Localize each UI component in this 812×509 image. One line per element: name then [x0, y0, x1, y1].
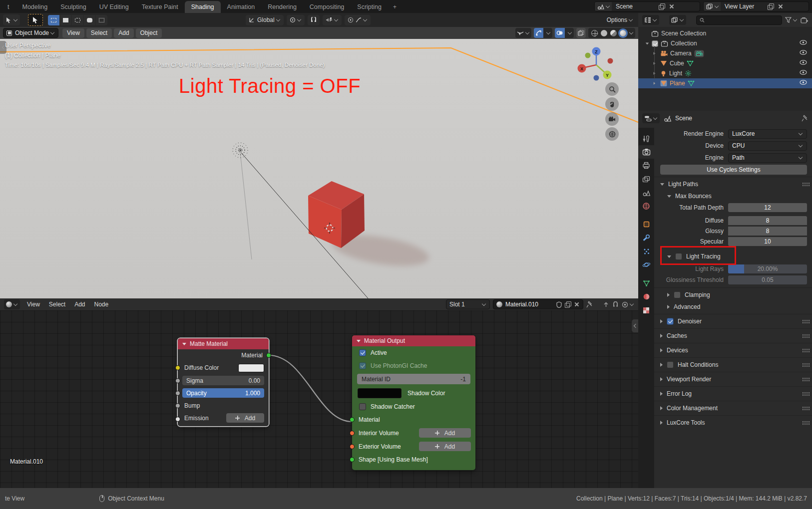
- error-log-panel-header[interactable]: Error Log: [654, 388, 812, 400]
- tab-particles[interactable]: [638, 245, 654, 258]
- shader-select-menu[interactable]: Select: [49, 301, 65, 308]
- color-management-panel-header[interactable]: Color Management: [654, 402, 812, 414]
- interior-volume-socket[interactable]: [350, 431, 355, 436]
- tool-editor-selector[interactable]: [3, 14, 20, 25]
- active-checkbox[interactable]: [359, 349, 366, 356]
- node-matte-material[interactable]: Matte Material Material Diffuse Color Si…: [178, 338, 269, 426]
- matte-material-output-socket[interactable]: [266, 353, 271, 358]
- unlink-material-icon[interactable]: [574, 301, 580, 307]
- panel-drag-dots[interactable]: [802, 348, 810, 353]
- material-input-socket[interactable]: [350, 417, 355, 422]
- overlays-dropdown[interactable]: [543, 28, 552, 38]
- shader-add-menu[interactable]: Add: [74, 301, 85, 308]
- properties-editor-selector[interactable]: [642, 113, 660, 123]
- panel-drag-dots[interactable]: [802, 421, 810, 425]
- outliner-editor-selector[interactable]: [642, 15, 659, 25]
- workspace-tab-texture-paint[interactable]: Texture Paint: [135, 1, 185, 13]
- move-view-button[interactable]: [605, 97, 619, 111]
- workspace-tab-partial[interactable]: t: [1, 1, 15, 13]
- proportional-editing-group[interactable]: [345, 15, 371, 25]
- tab-render[interactable]: [638, 145, 654, 159]
- shading-material-button[interactable]: [610, 30, 617, 36]
- emission-add-button[interactable]: Add: [226, 413, 264, 423]
- select-mode-extend[interactable]: [96, 15, 107, 25]
- navigation-gizmo[interactable]: X Y Z: [578, 47, 613, 81]
- diffuse-color-input-socket[interactable]: [175, 365, 180, 370]
- light-tracing-panel-header[interactable]: Light Tracing: [654, 250, 812, 263]
- panel-drag-dots[interactable]: [802, 406, 810, 411]
- mesh-data-icon[interactable]: [688, 80, 695, 87]
- pin-icon[interactable]: [586, 301, 593, 308]
- luxcore-tools-panel-header[interactable]: LuxCore Tools: [654, 417, 812, 429]
- glossy-field[interactable]: 8: [728, 227, 807, 236]
- tab-world[interactable]: [638, 199, 654, 213]
- add-workspace-button[interactable]: +: [388, 1, 402, 13]
- shader-node-menu[interactable]: Node: [94, 301, 109, 308]
- search-input[interactable]: [707, 16, 779, 23]
- node-material-output[interactable]: Material Output Active Use PhotonGI Cach…: [352, 335, 475, 470]
- gizmo-neg-z-ball[interactable]: [594, 75, 599, 81]
- view-layer-name[interactable]: View Layer: [721, 3, 766, 10]
- advanced-panel-header[interactable]: Advanced: [654, 301, 812, 313]
- toggle-perspective-button[interactable]: [605, 127, 619, 141]
- tab-view-layer[interactable]: [638, 172, 654, 186]
- tab-texture[interactable]: [638, 303, 654, 317]
- light-data-icon[interactable]: [685, 70, 692, 77]
- halt-conditions-checkbox[interactable]: [667, 361, 674, 368]
- tab-object[interactable]: [638, 218, 654, 231]
- visibility-eye-icon[interactable]: [800, 80, 807, 85]
- tab-output[interactable]: [638, 159, 654, 172]
- use-cycles-settings-button[interactable]: Use Cycles Settings: [660, 165, 807, 175]
- camera-data-icon[interactable]: [694, 50, 704, 57]
- diffuse-color-swatch[interactable]: [238, 364, 264, 372]
- panel-drag-dots[interactable]: [802, 182, 810, 187]
- plane-expand-arrow[interactable]: [654, 82, 656, 85]
- total-path-depth-field[interactable]: 12: [728, 203, 807, 212]
- photongi-checkbox[interactable]: [359, 362, 366, 369]
- devices-panel-header[interactable]: Devices: [654, 344, 812, 356]
- select-menu[interactable]: Select: [86, 28, 112, 38]
- collection-expand-arrow[interactable]: [646, 42, 649, 44]
- emission-input-socket[interactable]: [175, 417, 180, 422]
- denoiser-checkbox[interactable]: [667, 318, 674, 325]
- light-rays-slider[interactable]: 20.00%: [728, 264, 807, 273]
- outliner-search[interactable]: [696, 15, 782, 25]
- caches-panel-header[interactable]: Caches: [654, 330, 812, 342]
- clamping-panel-header[interactable]: Clamping: [654, 289, 812, 301]
- shading-rendered-button[interactable]: [620, 30, 626, 36]
- properties-pin-icon[interactable]: [802, 115, 808, 122]
- output-node-header[interactable]: Material Output: [352, 335, 475, 346]
- opacity-input-socket[interactable]: [175, 391, 180, 396]
- filter-dropdown[interactable]: [785, 17, 798, 23]
- sigma-input-socket[interactable]: [175, 378, 180, 383]
- outliner-row-scene-collection[interactable]: Scene Collection: [638, 28, 812, 38]
- shader-overlays-dropdown[interactable]: [622, 301, 634, 308]
- opacity-slider[interactable]: Opacity 1.000: [182, 388, 264, 398]
- workspace-tab-animation[interactable]: Animation: [221, 1, 262, 13]
- tab-physics[interactable]: [638, 258, 654, 271]
- snap-toggle[interactable]: [308, 15, 320, 25]
- camera-view-button[interactable]: [605, 112, 619, 126]
- xray-dropdown[interactable]: [565, 28, 574, 38]
- workspace-tab-sculpting[interactable]: Sculpting: [54, 1, 92, 13]
- visibility-eye-icon[interactable]: [800, 60, 807, 65]
- collection-checkbox[interactable]: [652, 40, 658, 47]
- show-overlays-toggle[interactable]: [534, 28, 543, 38]
- shader-node-canvas[interactable]: Matte Material Material Diffuse Color Si…: [0, 310, 638, 488]
- engine-dropdown[interactable]: Path: [728, 153, 807, 163]
- shading-wireframe-button[interactable]: [591, 30, 598, 36]
- xray-toggle[interactable]: [555, 28, 565, 38]
- workspace-tab-compositing[interactable]: Compositing: [303, 1, 351, 13]
- panel-drag-dots[interactable]: [802, 319, 810, 324]
- new-scene-button[interactable]: [657, 2, 667, 11]
- workspace-tab-modeling[interactable]: Modeling: [15, 1, 54, 13]
- sigma-field[interactable]: Sigma 0.00: [182, 376, 264, 385]
- tab-tool[interactable]: [638, 132, 654, 145]
- remove-view-layer-button[interactable]: [776, 2, 786, 11]
- render-engine-dropdown[interactable]: LuxCore: [728, 129, 807, 139]
- show-gizmo-dropdown[interactable]: [515, 28, 531, 38]
- render-region-button[interactable]: [576, 28, 586, 38]
- delete-scene-button[interactable]: [667, 2, 677, 11]
- max-bounces-panel-header[interactable]: Max Bounces: [654, 190, 812, 202]
- denoiser-panel-header[interactable]: Denoiser: [654, 315, 812, 327]
